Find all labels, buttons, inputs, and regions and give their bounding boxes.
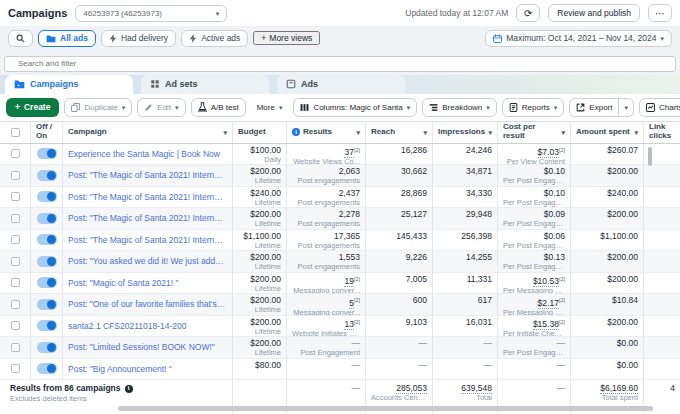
refresh-button[interactable]: ⟳: [516, 4, 540, 22]
footer-subtitle: Excludes deleted items: [10, 394, 227, 404]
table-row: Post: "The Magic of Santa 2021! Internat…: [0, 165, 680, 187]
view-all-ads-button[interactable]: All ads: [38, 30, 96, 47]
export-icon: [576, 103, 585, 112]
search-filter-button[interactable]: [8, 30, 33, 47]
column-header-reach[interactable]: Reach▾: [365, 122, 432, 143]
campaign-toggle[interactable]: [37, 170, 57, 181]
results-cell: 13[2]Website Initiates C...: [286, 316, 365, 337]
row-checkbox[interactable]: [11, 364, 20, 373]
campaign-link[interactable]: Post: "You asked we did it! We just adde…: [68, 252, 227, 271]
table-row: Post: "The Magic of Santa 2021! Internat…: [0, 187, 680, 209]
row-checkbox[interactable]: [11, 235, 20, 244]
row-checkbox[interactable]: [11, 214, 20, 223]
campaign-toggle[interactable]: [37, 363, 57, 374]
campaign-toggle[interactable]: [37, 277, 57, 288]
row-checkbox[interactable]: [11, 171, 20, 180]
column-header-cost-per-result[interactable]: Cost per result▾: [497, 122, 570, 143]
ab-test-button[interactable]: A/B test: [191, 98, 246, 117]
more-actions-button[interactable]: More ▾: [251, 98, 289, 117]
tab-campaigns[interactable]: Campaigns: [5, 75, 133, 94]
pencil-icon: [144, 103, 153, 112]
impressions-cell: —: [432, 359, 497, 380]
amount-spent-cell: $200.00: [570, 316, 643, 337]
reach-cell: 30,662: [365, 165, 432, 186]
amount-spent-cell: $260.07: [570, 144, 643, 165]
more-options-button[interactable]: ⋯: [648, 4, 672, 22]
campaign-link[interactable]: Post: "Magic of Santa 2021! ": [68, 274, 227, 293]
ellipsis-icon: ⋯: [655, 8, 665, 19]
budget-cell: $200.00Lifetime: [232, 251, 286, 272]
charts-button[interactable]: Charts: [639, 98, 680, 117]
impressions-cell: 256,398: [432, 230, 497, 251]
edit-button[interactable]: Edit ▾: [137, 98, 185, 117]
columns-button[interactable]: Columns: Magic of Santa ▾: [293, 98, 417, 117]
campaign-link[interactable]: Post: "The Magic of Santa 2021! Internat…: [68, 209, 227, 228]
campaigns-table: Off / On Campaign▾ Budget iResults▾ Reac…: [0, 122, 680, 414]
campaign-link[interactable]: Post: "The Magic of Santa 2021! Internat…: [68, 188, 227, 207]
section-title: Campaigns: [8, 7, 67, 19]
reach-cell: 9,103: [365, 316, 432, 337]
chevron-down-icon: ▾: [486, 104, 490, 111]
review-and-publish-button[interactable]: Review and publish: [548, 4, 640, 22]
link-clicks-cell: [643, 230, 680, 251]
view-active-ads-button[interactable]: Active ads: [181, 30, 248, 47]
campaign-toggle[interactable]: [37, 256, 57, 267]
campaign-link[interactable]: santa2.1 CFS20211018-14-200: [68, 317, 227, 336]
cost-per-result-cell: $7.03[2]Per View Content: [497, 144, 570, 165]
sort-caret-icon: ▾: [488, 129, 492, 136]
create-button[interactable]: + Create: [6, 98, 59, 117]
view-had-delivery-button[interactable]: Had delivery: [101, 30, 176, 47]
chevron-down-icon: ▾: [554, 104, 558, 111]
campaign-toggle[interactable]: [37, 320, 57, 331]
row-checkbox[interactable]: [11, 257, 20, 266]
cost-per-result-cell: $0.13Per Post Engagement: [497, 251, 570, 272]
campaign-link[interactable]: Post: "The Magic of Santa 2021! Internat…: [68, 166, 227, 185]
column-header-impressions[interactable]: Impressions▾: [432, 122, 497, 143]
table-row: Experience the Santa Magic | Book Now$10…: [0, 144, 680, 166]
campaign-toggle[interactable]: [37, 299, 57, 310]
footer-title: Results from 86 campaigns: [10, 383, 121, 394]
reports-button[interactable]: Reports ▾: [502, 98, 565, 117]
campaign-link[interactable]: Post: "One of our favorite families that…: [68, 295, 227, 314]
campaign-link[interactable]: Post: "Big Announcement! ": [68, 360, 227, 379]
vertical-scrollbar[interactable]: [648, 147, 652, 166]
row-checkbox[interactable]: [11, 149, 20, 158]
impressions-cell: 29,948: [432, 208, 497, 229]
row-checkbox[interactable]: [11, 192, 20, 201]
column-header-amount-spent[interactable]: Amount spent▾: [570, 122, 643, 143]
column-header-campaign[interactable]: Campaign▾: [62, 122, 232, 143]
results-cell: 2,437Post engagements: [286, 187, 365, 208]
plus-icon: +: [261, 33, 266, 43]
row-checkbox[interactable]: [11, 321, 20, 330]
duplicate-button[interactable]: Duplicate ▾: [64, 98, 132, 117]
horizontal-scrollbar[interactable]: [118, 406, 653, 411]
row-checkbox[interactable]: [11, 300, 20, 309]
account-selector-dropdown[interactable]: 46253973 (46253973) ▾: [75, 5, 227, 22]
row-checkbox[interactable]: [11, 278, 20, 287]
search-input[interactable]: [4, 56, 676, 72]
impressions-cell: 24,246: [432, 144, 497, 165]
budget-cell: $240.00Lifetime: [232, 187, 286, 208]
campaign-toggle[interactable]: [37, 191, 57, 202]
table-row: Post: "The Magic of Santa 2021! Internat…: [0, 230, 680, 252]
tab-ad-sets[interactable]: Ad sets: [141, 75, 269, 94]
campaign-link[interactable]: Post: "The Magic of Santa 2021! Internat…: [68, 231, 227, 250]
campaign-toggle[interactable]: [37, 234, 57, 245]
campaign-toggle[interactable]: [37, 213, 57, 224]
more-views-button[interactable]: + More views: [253, 31, 320, 45]
duplicate-icon: [71, 103, 80, 112]
export-dropdown-button[interactable]: ▾: [619, 98, 634, 117]
breakdown-button[interactable]: Breakdown ▾: [422, 98, 497, 117]
tab-ads[interactable]: Ads: [277, 75, 405, 94]
date-range-selector[interactable]: Maximum: Oct 14, 2021 – Nov 14, 2024 ▾: [485, 30, 672, 47]
campaign-link[interactable]: Post: "Limited Sessions! BOOK NOW!": [68, 338, 227, 357]
row-checkbox[interactable]: [11, 343, 20, 352]
campaign-toggle[interactable]: [37, 148, 57, 159]
export-button[interactable]: Export: [569, 98, 619, 117]
export-button-group: Export ▾: [569, 98, 634, 117]
column-header-results[interactable]: iResults▾: [286, 122, 365, 143]
campaign-toggle[interactable]: [37, 342, 57, 353]
select-all-checkbox[interactable]: [11, 128, 20, 137]
cost-per-result-cell: $2.17[2]Per Messaging Co...: [497, 294, 570, 315]
campaign-link[interactable]: Experience the Santa Magic | Book Now: [68, 145, 227, 164]
